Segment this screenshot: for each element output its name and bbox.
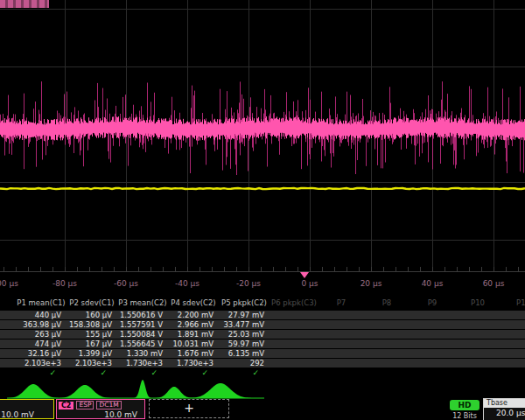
measure-header-row: P1 mean(C1)P2 sdev(C1)P3 mean(C2)P4 sdev… [0,298,525,309]
time-axis-label: 20 µs [360,279,382,288]
measure-value-cell: 158.308 µV [66,320,117,329]
measure-header-cell-inactive[interactable]: P6 pkpk(C3) [270,298,318,309]
histicon [59,385,111,398]
measure-value-row: 2.103e+32.103e+31.730e+31.730e+3292 [0,359,525,368]
measure-value-cell: 2.200 mV [168,311,219,319]
time-axis-label: 60 µs [483,279,505,288]
measure-value-cell: 59.97 mV [219,340,270,348]
measurement-table[interactable]: P1 mean(C1)P2 sdev(C1)P3 mean(C2)P4 sdev… [0,298,525,378]
histicon [7,384,60,398]
measure-value-cell: 1.330 mV [117,349,168,358]
histicon [155,387,193,398]
measure-header-cell[interactable]: P5 pkpk(C2) [219,298,270,309]
time-axis-label: -40 µs [175,279,200,288]
channel-scale-value: 10.0 mV [57,410,144,419]
time-axis-label: -80 µs [52,279,77,288]
measure-value-row: 363.98 µV158.308 µV1.557591 V2.966 mV33.… [0,320,525,329]
measure-value-cell: 155 µV [66,330,117,339]
time-axis-label: -60 µs [114,279,138,288]
measure-status-row: ✓✓✓✓✓ [0,368,525,377]
measure-value-cell: 1.730e+3 [117,359,168,368]
bits-label: 12 Bits [446,412,483,420]
histicon [189,383,252,398]
measure-value-cell: 1.891 mV [168,330,219,339]
measure-value-cell: 167 µV [66,340,117,348]
clipped-pink-label [0,0,49,8]
timebase-panel[interactable]: Tbase 20.0 µs [483,398,525,420]
measure-value-cell: 1.556645 V [117,340,168,348]
channel-descriptor-c2[interactable]: C2ESPDC1M10.0 mV [56,399,145,419]
add-trace-button[interactable]: + [149,399,229,418]
histicon [134,380,151,398]
measure-value-cell: 440 µV [16,311,66,319]
measure-value-row: 474 µV167 µV1.556645 V10.031 mV59.97 mV [0,340,525,348]
coupling-badge: DC1M [96,401,121,410]
measure-value-row: 440 µV160 µV1.550616 V2.200 mV27.97 mV [0,311,525,319]
measure-value-cell: 1.730e+3 [168,359,219,368]
measure-value-cell: 25.03 mV [219,330,270,339]
measure-value-cell: 2.103e+3 [16,359,66,368]
descriptor-bar: C1DC1M10.0 mVC2ESPDC1M10.0 mV + HD 12 Bi… [0,399,525,420]
measure-header-cell[interactable]: P3 mean(C2) [117,298,168,309]
measure-header-cell[interactable]: P1 mean(C1) [16,298,66,309]
channel-id-badge: C2 [59,402,74,410]
time-axis-label: -100 µs [0,279,18,288]
measure-header-cell-inactive[interactable]: P10 [455,298,500,309]
measure-header-cell-inactive[interactable]: P8 [364,298,410,309]
coupling-badge: ESP [76,401,94,410]
time-axis-label: 0 µs [301,279,318,288]
measure-value-cell: 160 µV [66,311,117,319]
measure-header-cell[interactable]: P2 sdev(C1) [66,298,117,309]
measure-value-cell: 363.98 µV [16,320,66,329]
measure-value-cell: 27.97 mV [219,311,270,319]
measure-value-cell: 474 µV [16,340,66,348]
measure-value-cell: 6.135 mV [219,349,270,358]
measure-value-cell: 1.550616 V [117,311,168,319]
status-check-icon: ✓ [66,368,117,377]
measure-header-cell-inactive[interactable]: P11 [500,298,525,309]
measure-value-cell: 2.103e+3 [66,359,117,368]
waveform-graticule[interactable] [0,0,525,273]
oscilloscope-screen: -100 µs-80 µs-60 µs-40 µs-20 µs0 µs20 µs… [0,0,525,420]
measurement-histicons [0,378,525,401]
time-axis: -100 µs-80 µs-60 µs-40 µs-20 µs0 µs20 µs… [0,273,525,296]
channel-scale-value: 10.0 mV [0,410,53,419]
timebase-value: 20.0 µs [484,408,525,419]
measure-value-cell: 292 [219,359,270,368]
measure-value-cell: 1.399 µV [66,349,117,358]
measure-value-row: 32.16 µV1.399 µV1.330 mV1.676 mV6.135 mV [0,349,525,358]
status-check-icon: ✓ [168,368,219,377]
measure-value-cell: 1.550084 V [117,330,168,339]
channel-descriptor-c1[interactable]: C1DC1M10.0 mV [0,399,54,419]
hd-mode-badge[interactable]: HD [450,400,480,410]
measure-value-cell: 263 µV [16,330,66,339]
measure-value-cell: 1.557591 V [117,320,168,329]
time-axis-label: -20 µs [236,279,261,288]
time-axis-label: 40 µs [422,279,444,288]
status-check-icon: ✓ [117,368,168,377]
measure-value-row: 263 µV155 µV1.550084 V1.891 mV25.03 mV [0,330,525,339]
status-check-icon: ✓ [16,368,66,377]
measure-header-cell-inactive[interactable]: P7 [318,298,364,309]
timebase-title: Tbase [484,399,525,408]
measure-header-cell-inactive[interactable]: P9 [410,298,455,309]
measure-header-cell[interactable]: P4 sdev(C2) [168,298,219,309]
measure-value-cell: 2.966 mV [168,320,219,329]
c1-trace[interactable] [0,188,525,189]
measure-value-cell: 1.676 mV [168,349,219,358]
status-check-icon: ✓ [219,368,270,377]
measure-value-cell: 33.477 mV [219,320,270,329]
measure-value-cell: 10.031 mV [168,340,219,348]
measure-value-cell: 32.16 µV [16,349,66,358]
